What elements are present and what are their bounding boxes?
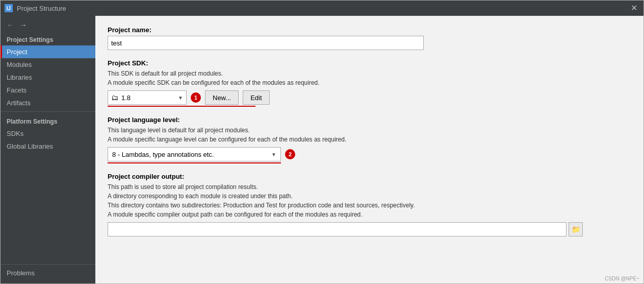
sidebar-item-sdks[interactable]: SDKs [1, 127, 95, 140]
sidebar-item-problems[interactable]: Problems [1, 267, 95, 279]
project-name-input[interactable] [108, 36, 424, 50]
sidebar-divider [1, 111, 95, 112]
project-language-label: Project language level: [108, 116, 631, 124]
window-title: Project Structure [17, 5, 629, 12]
main-panel: Project name: Project SDK: This SDK is d… [95, 16, 643, 283]
project-language-desc: This language level is default for all p… [108, 126, 631, 144]
project-name-label: Project name: [108, 26, 631, 34]
project-name-group: Project name: [108, 26, 631, 50]
edit-sdk-button[interactable]: Edit [243, 90, 269, 105]
sidebar-item-libraries[interactable]: Libraries [1, 71, 95, 84]
project-sdk-label: Project SDK: [108, 59, 631, 67]
title-bar: IJ Project Structure ✕ [1, 1, 643, 16]
sidebar-item-modules[interactable]: Modules [1, 58, 95, 71]
forward-button[interactable]: → [18, 20, 29, 30]
project-structure-window: IJ Project Structure ✕ ← → Project Setti… [0, 0, 644, 284]
project-sdk-group: Project SDK: This SDK is default for all… [108, 59, 631, 107]
back-button[interactable]: ← [5, 20, 16, 30]
compiler-output-input[interactable] [108, 222, 566, 236]
compiler-output-label: Project compiler output: [108, 173, 631, 180]
language-underline [108, 162, 281, 163]
compiler-output-group: Project compiler output: This path is us… [108, 173, 631, 236]
sdk-dropdown[interactable]: 🗂 1.8 ▼ [108, 90, 187, 105]
sidebar-bottom: Problems [1, 262, 95, 283]
project-settings-header: Project Settings [1, 32, 95, 45]
sdk-arrow-icon: ▼ [178, 95, 183, 101]
sidebar-divider-bottom [1, 264, 95, 265]
folder-icon: 📁 [572, 225, 580, 233]
compiler-folder-button[interactable]: 📁 [569, 222, 583, 236]
sdk-value: 1.8 [121, 94, 178, 102]
new-sdk-button[interactable]: New... [205, 90, 239, 105]
content-area: ← → Project Settings Project Modules Lib… [1, 16, 643, 283]
project-language-group: Project language level: This language le… [108, 116, 631, 163]
platform-settings-header: Platform Settings [1, 114, 95, 127]
close-button[interactable]: ✕ [629, 4, 639, 12]
sdk-folder-icon: 🗂 [111, 93, 118, 102]
compiler-output-desc: This path is used to store all project c… [108, 182, 631, 219]
language-dropdown[interactable]: 8 - Lambdas, type annotations etc. ▼ [108, 147, 281, 161]
compiler-output-row: 📁 [108, 222, 631, 236]
sidebar-item-project[interactable]: Project [1, 45, 95, 58]
watermark-text: CSDN @NPE~ [605, 276, 639, 281]
sdk-underline [108, 106, 255, 107]
sidebar-item-global-libraries[interactable]: Global Libraries [1, 140, 95, 153]
language-value: 8 - Lambdas, type annotations etc. [112, 151, 271, 158]
sdk-badge: 1 [191, 92, 201, 103]
language-row: 8 - Lambdas, type annotations etc. ▼ 2 [108, 147, 631, 161]
sidebar: ← → Project Settings Project Modules Lib… [1, 16, 95, 283]
app-icon: IJ [5, 4, 13, 12]
sdk-row: 🗂 1.8 ▼ 1 New... Edit [108, 90, 631, 105]
sidebar-item-artifacts[interactable]: Artifacts [1, 97, 95, 109]
nav-row: ← → [1, 18, 95, 32]
language-arrow-icon: ▼ [271, 152, 276, 157]
sidebar-item-facets[interactable]: Facets [1, 84, 95, 97]
language-badge: 2 [285, 149, 295, 159]
project-sdk-desc1: This SDK is default for all project modu… [108, 69, 631, 87]
